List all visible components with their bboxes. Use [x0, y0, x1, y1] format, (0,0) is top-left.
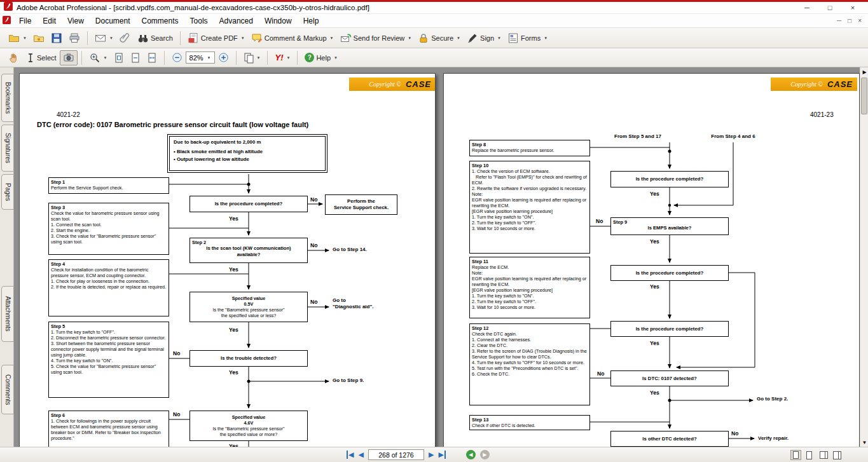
tab-bookmarks[interactable]: Bookmarks: [1, 74, 14, 122]
next-view-button[interactable]: ▶: [480, 450, 490, 459]
menu-file[interactable]: File: [13, 15, 37, 27]
last-page-button[interactable]: ▶: [438, 451, 445, 459]
document-area: Copyright © CASE 4021-22 DTC (error code…: [14, 67, 860, 447]
print-icon: [69, 32, 80, 44]
yahoo-toolbar-button[interactable]: Y! ▼: [272, 51, 293, 64]
zoom-tool-button[interactable]: ▼: [86, 50, 111, 65]
menu-help[interactable]: Help: [298, 15, 325, 27]
from-step-4-6-label: From Step 4 and 6: [695, 133, 771, 139]
menu-document[interactable]: Document: [90, 15, 136, 27]
comment-markup-button[interactable]: Comment & Markup▼: [248, 31, 337, 46]
menu-bar: File Edit View Document Comments Tools A…: [0, 14, 868, 28]
continuous-view-button[interactable]: [804, 450, 815, 460]
send-review-icon: [340, 32, 352, 44]
yes-label: Yes: [229, 266, 238, 273]
hand-tool-button[interactable]: [5, 50, 23, 65]
zoom-in-button[interactable]: [215, 50, 232, 65]
case-logo: CASE: [827, 79, 853, 89]
help-button[interactable]: ? Help ▼: [301, 51, 341, 64]
fit-page-button[interactable]: [127, 50, 144, 65]
ibeam-cursor-icon: [26, 53, 35, 63]
page-display-icon: [244, 52, 254, 64]
secure-button[interactable]: Secure▼: [415, 31, 464, 46]
email-button[interactable]: ▼: [92, 31, 116, 46]
toolbar-separator: [81, 51, 82, 65]
page-display-button[interactable]: ▼: [240, 50, 264, 65]
first-page-button[interactable]: ◀: [347, 451, 354, 459]
menu-tools[interactable]: Tools: [184, 15, 214, 27]
actual-size-icon: [114, 52, 124, 64]
previous-view-button[interactable]: ◀: [466, 450, 476, 459]
child-close-button[interactable]: ×: [858, 17, 862, 24]
save-button[interactable]: [48, 31, 65, 46]
step4-box: Step 4 Check for installation condition …: [48, 259, 169, 316]
step1-box: Step 1 Perform the Service Support check…: [48, 177, 169, 194]
tab-comments[interactable]: Comments: [1, 365, 14, 414]
menu-window[interactable]: Window: [259, 15, 298, 27]
tab-pages[interactable]: Pages: [1, 174, 14, 210]
scroll-up-button[interactable]: ▶: [860, 67, 868, 76]
single-page-view-button[interactable]: [790, 450, 801, 460]
two-up-continuous-view-button[interactable]: [830, 450, 841, 460]
fit-width-button[interactable]: [144, 50, 160, 65]
no-label: No: [310, 196, 317, 203]
toolbar-separator: [87, 31, 88, 45]
camera-icon: [63, 52, 74, 64]
maximize-button[interactable]: □: [818, 4, 841, 11]
menu-view[interactable]: View: [62, 15, 90, 27]
page-indicator-input[interactable]: 268 of 1276: [368, 449, 424, 460]
yes-label: Yes: [650, 191, 659, 197]
goto-step2-label: Go to Step 2.: [757, 396, 788, 402]
search-button[interactable]: Search: [134, 31, 176, 46]
menu-edit[interactable]: Edit: [37, 15, 62, 27]
zoom-level-combo[interactable]: 82% ▼: [186, 51, 215, 64]
scroll-down-button[interactable]: ▼: [860, 438, 868, 447]
attach-button[interactable]: [116, 31, 134, 46]
select-label: Select: [37, 54, 57, 62]
actual-size-button[interactable]: [111, 50, 127, 65]
create-pdf-button[interactable]: Create PDF▼: [184, 31, 248, 46]
menu-advanced[interactable]: Advanced: [214, 15, 259, 27]
symptom-box: Due to back-up equivalent to 2,000 m • B…: [169, 136, 326, 171]
titlebar: Adobe Acrobat Professional - [scribd.vpd…: [0, 2, 868, 14]
magnifier-icon: [89, 52, 100, 64]
copyright-banner: Copyright © CASE: [771, 78, 857, 91]
two-up-view-button[interactable]: [817, 450, 828, 460]
scrollbar-thumb[interactable]: [861, 78, 867, 114]
window-title: Adobe Acrobat Professional - [scribd.vpd…: [17, 4, 369, 11]
print-button[interactable]: [65, 31, 83, 46]
no-label: No: [173, 350, 180, 357]
tab-attachments[interactable]: Attachments: [1, 286, 14, 342]
select-tool-button[interactable]: Select: [23, 51, 60, 65]
child-minimize-button[interactable]: ─: [837, 17, 841, 24]
create-pdf-icon: [188, 32, 199, 44]
close-button[interactable]: ×: [841, 4, 864, 11]
minimize-button[interactable]: ─: [796, 4, 818, 11]
single-page-icon: [793, 451, 799, 459]
next-page-button[interactable]: ▶: [429, 451, 434, 459]
previous-page-button[interactable]: ◀: [358, 451, 363, 459]
fit-width-icon: [147, 52, 157, 64]
organizer-folder-icon: [33, 32, 45, 44]
case-logo: CASE: [406, 79, 431, 89]
minus-circle-icon: [172, 52, 183, 63]
snapshot-tool-button[interactable]: [60, 50, 78, 65]
tab-signatures[interactable]: Signatures: [1, 125, 14, 172]
fit-page-icon: [130, 52, 141, 64]
step8-box: Step 8 Replace the barometric pressure s…: [469, 140, 590, 156]
yes-label: Yes: [229, 327, 238, 333]
open-button[interactable]: ▼: [5, 31, 30, 46]
step6-box: Step 6 1. Check for followings in the po…: [48, 411, 169, 447]
menu-comments[interactable]: Comments: [136, 15, 184, 27]
goto-step9-label: Go to Step 9.: [333, 377, 364, 384]
organizer-button[interactable]: [30, 31, 48, 46]
forms-button[interactable]: Forms▼: [504, 31, 551, 46]
navigation-pane: Bookmarks Signatures Pages Attachments C…: [0, 67, 14, 447]
child-restore-button[interactable]: □: [848, 17, 851, 24]
pdf-page-left: Copyright © CASE 4021-22 DTC (error code…: [19, 73, 436, 447]
sign-button[interactable]: Sign▼: [464, 31, 504, 46]
send-for-review-button[interactable]: Send for Review▼: [337, 31, 415, 46]
status-bar: ◀ ◀ 268 of 1276 ▶ ▶ ◀ ▶: [0, 447, 868, 462]
save-icon: [51, 32, 62, 44]
zoom-out-button[interactable]: [169, 50, 186, 65]
